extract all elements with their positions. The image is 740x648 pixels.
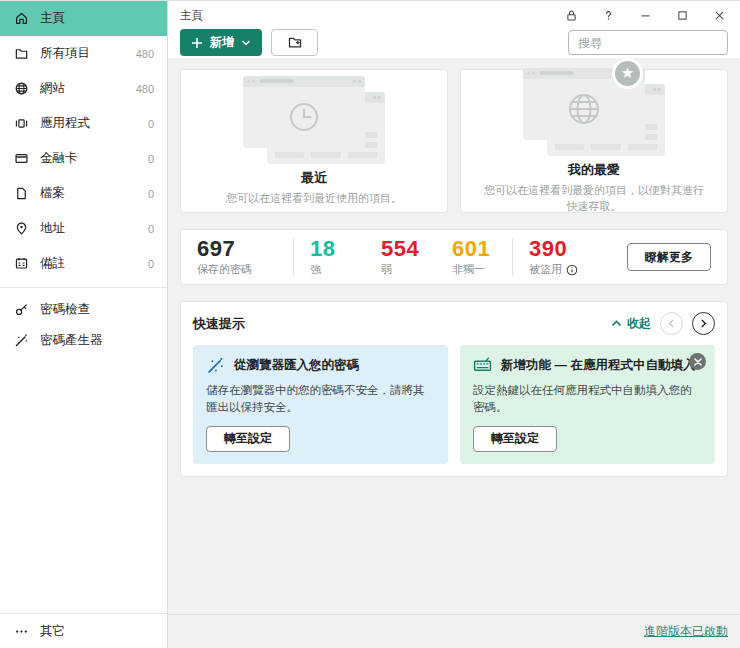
sidebar-item-label: 網站: [40, 80, 65, 97]
stat-risk-group: 18 強 554 弱 601 非獨一: [310, 237, 496, 277]
learn-more-button[interactable]: 瞭解更多: [627, 243, 711, 271]
sidebar-item-count: 0: [148, 258, 154, 270]
stat-total: 697 保存的密碼: [197, 237, 277, 277]
add-button-label: 新增: [210, 34, 234, 51]
page-title: 主頁: [180, 8, 203, 23]
home-icon: [13, 11, 29, 27]
stat-not-unique: 601 非獨一: [452, 237, 496, 277]
collapse-link[interactable]: 收起: [611, 315, 651, 332]
status-bar: 進階版本已啟動: [168, 614, 740, 648]
tip-autofill-in-apps: 新增功能 — 在應用程式中自動填入 設定熱鍵以在任何應用程式中自動填入您的密碼。…: [460, 345, 715, 464]
favorites-card: ★ 我的最愛 您可以在這裡看到最愛的項目，以便對其進行快速存取。: [460, 69, 728, 213]
sidebar-item-label: 其它: [40, 623, 65, 640]
sidebar-item-label: 金融卡: [40, 150, 78, 167]
sidebar-item-password-generator[interactable]: 密碼產生器: [0, 325, 167, 356]
help-icon[interactable]: [601, 9, 615, 23]
apps-icon: [13, 116, 29, 132]
sidebar-item-label: 備註: [40, 255, 65, 272]
go-to-settings-button[interactable]: 轉至設定: [206, 426, 290, 452]
tip-close-icon[interactable]: [689, 353, 706, 370]
main-area: 主頁 新增: [168, 1, 740, 648]
main-header: 主頁 新增: [168, 1, 740, 58]
stat-strong-value: 18: [310, 237, 354, 260]
stat-not-unique-value: 601: [452, 237, 496, 260]
stat-weak-label: 弱: [381, 262, 425, 277]
search-input[interactable]: [568, 30, 728, 55]
sidebar-item-password-check[interactable]: 密碼檢查: [0, 294, 167, 325]
plus-icon: [191, 37, 203, 49]
sidebar-item-label: 所有項目: [40, 45, 90, 62]
tip-body: 設定熱鍵以在任何應用程式中自動填入您的密碼。: [473, 382, 702, 417]
wand-icon: [13, 333, 29, 349]
star-badge-icon: ★: [612, 58, 643, 89]
info-icon[interactable]: [566, 264, 578, 276]
favorites-illustration: ★: [509, 68, 679, 156]
tip-title: 新增功能 — 在應用程式中自動填入: [501, 357, 695, 374]
tips-next-button[interactable]: [692, 312, 715, 335]
app-window: 主頁 所有項目 480 網站 480 應用程式 0 金融卡 0 檔案 0: [0, 0, 740, 648]
tip-body: 儲存在瀏覽器中的您的密碼不安全，請將其匯出以保持安全。: [206, 382, 435, 417]
recent-description: 您可以在這裡看到最近使用的項目。: [226, 190, 402, 207]
sidebar-item-notes[interactable]: 備註 0: [0, 246, 167, 281]
stats-divider: [512, 238, 513, 276]
collapse-label: 收起: [627, 315, 651, 332]
quick-tips-title: 快速提示: [193, 315, 245, 333]
stat-total-label: 保存的密碼: [197, 262, 277, 277]
sidebar-item-all-items[interactable]: 所有項目 480: [0, 36, 167, 71]
sidebar-item-label: 地址: [40, 220, 65, 237]
stat-strong: 18 強: [310, 237, 354, 277]
lock-icon[interactable]: [564, 9, 578, 23]
sidebar-item-label: 應用程式: [40, 115, 90, 132]
stat-total-value: 697: [197, 237, 277, 260]
favorites-title: 我的最愛: [568, 161, 620, 179]
sidebar-divider: [0, 287, 167, 288]
recent-illustration: [229, 76, 399, 164]
minimize-icon[interactable]: [638, 9, 652, 23]
stats-divider: [293, 238, 294, 276]
sidebar-item-home[interactable]: 主頁: [0, 1, 167, 36]
stat-weak-value: 554: [381, 237, 425, 260]
sidebar-item-other[interactable]: 其它: [0, 613, 167, 648]
sidebar-item-bank-cards[interactable]: 金融卡 0: [0, 141, 167, 176]
sidebar-item-label: 密碼檢查: [40, 301, 90, 318]
stat-compromised-value: 390: [529, 237, 578, 260]
address-pin-icon: [13, 221, 29, 237]
toolbar: 新增: [180, 29, 728, 56]
password-stats-card: 697 保存的密碼 18 強 554 弱 601 非獨一: [180, 229, 728, 285]
document-icon: [13, 186, 29, 202]
stat-weak: 554 弱: [381, 237, 425, 277]
ellipsis-icon: [13, 623, 29, 639]
sidebar-item-documents[interactable]: 檔案 0: [0, 176, 167, 211]
close-icon[interactable]: [712, 9, 726, 23]
folder-icon: [13, 46, 29, 62]
key-icon: [13, 302, 29, 318]
stat-not-unique-label: 非獨一: [452, 262, 496, 277]
tips-prev-button[interactable]: [660, 312, 683, 335]
globe-icon: [13, 81, 29, 97]
window-controls: [564, 9, 728, 23]
recent-card: 最近 您可以在這裡看到最近使用的項目。: [180, 69, 448, 213]
add-folder-button[interactable]: [271, 29, 318, 56]
clock-icon: [286, 99, 322, 135]
maximize-icon[interactable]: [675, 9, 689, 23]
keyboard-icon: [473, 356, 492, 375]
globe-illustration-icon: [564, 89, 604, 129]
sidebar-item-label: 密碼產生器: [40, 332, 103, 349]
recent-title: 最近: [301, 169, 327, 187]
folder-plus-icon: [287, 35, 303, 51]
favorites-description: 您可以在這裡看到最愛的項目，以便對其進行快速存取。: [479, 182, 709, 215]
sidebar: 主頁 所有項目 480 網站 480 應用程式 0 金融卡 0 檔案 0: [0, 1, 168, 648]
sidebar-item-count: 0: [148, 118, 154, 130]
tip-import-from-browser: 從瀏覽器匯入您的密碼 儲存在瀏覽器中的您的密碼不安全，請將其匯出以保持安全。 轉…: [193, 345, 448, 464]
sidebar-item-label: 檔案: [40, 185, 65, 202]
add-button[interactable]: 新增: [180, 29, 262, 56]
quick-tips-card: 快速提示 收起 從瀏覽器匯入您的密碼: [180, 301, 728, 477]
sidebar-item-websites[interactable]: 網站 480: [0, 71, 167, 106]
sidebar-item-applications[interactable]: 應用程式 0: [0, 106, 167, 141]
main-content: 最近 您可以在這裡看到最近使用的項目。 ★ 我的最愛 您可以在這裡: [168, 58, 740, 614]
go-to-settings-button[interactable]: 轉至設定: [473, 426, 557, 452]
sidebar-item-addresses[interactable]: 地址 0: [0, 211, 167, 246]
premium-activated-link[interactable]: 進階版本已啟動: [644, 623, 728, 640]
stat-compromised: 390 被盜用: [529, 237, 578, 277]
tip-title: 從瀏覽器匯入您的密碼: [234, 357, 359, 374]
